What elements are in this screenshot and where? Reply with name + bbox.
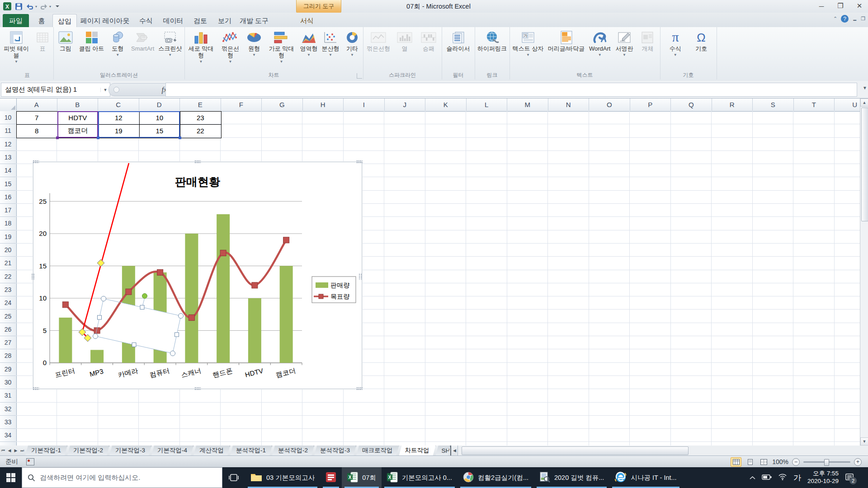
taskbar-item-03 기본모의고사[interactable]: 03 기본모의고사	[245, 467, 320, 488]
column-header-L[interactable]: L	[467, 99, 508, 111]
chart-object[interactable]: 0510152025프린터MP3카메라컴퓨터스캐너핸드폰HDTV캠코더판매현황판…	[33, 162, 362, 389]
minimize-button[interactable]: ─	[813, 1, 830, 11]
sheet-tab-기본작업-3[interactable]: 기본작업-3	[109, 446, 151, 455]
column-header-B[interactable]: B	[57, 99, 99, 111]
zoom-in-icon[interactable]: +	[854, 458, 862, 466]
row-header-27[interactable]: 27	[0, 336, 16, 349]
power-icon[interactable]	[762, 474, 772, 482]
row-header-22[interactable]: 22	[0, 270, 16, 283]
sheet-tab-분석작업-2[interactable]: 분석작업-2	[272, 446, 314, 455]
ribbon-tab-개발 도구[interactable]: 개발 도구	[237, 14, 271, 27]
page-layout-view-icon[interactable]	[745, 458, 755, 466]
qat-customize-icon[interactable]	[53, 2, 62, 11]
column-header-R[interactable]: R	[712, 99, 753, 111]
wifi-icon[interactable]	[778, 474, 787, 482]
row-header-12[interactable]: 12	[0, 138, 16, 151]
ribbon-button-가로-막대형[interactable]: 가로 막대형▼	[265, 29, 298, 64]
ribbon-tab-검토[interactable]: 검토	[188, 14, 212, 27]
range-fill-handle[interactable]	[97, 136, 99, 139]
row-header-25[interactable]: 25	[0, 310, 16, 323]
first-sheet-icon[interactable]: ⏮	[0, 446, 6, 455]
row-header-11[interactable]: 11	[0, 124, 16, 137]
row-header-18[interactable]: 18	[0, 217, 16, 230]
zoom-slider-thumb[interactable]	[824, 459, 829, 466]
minimize-ribbon-icon[interactable]: ⌃	[833, 16, 837, 22]
hidden-icons-chevron-icon[interactable]	[750, 474, 755, 481]
ribbon-button-스크린샷[interactable]: 스크린샷▼	[157, 29, 183, 57]
ribbon-button-도형[interactable]: 도형▼	[107, 29, 128, 57]
dialog-launcher-icon[interactable]	[357, 73, 362, 79]
clock[interactable]: 오후 7:55 2020-10-29	[807, 470, 839, 485]
ribbon-button-분산형[interactable]: 분산형▼	[320, 29, 341, 57]
sheet-tab-분석작업-3[interactable]: 분석작업-3	[314, 446, 356, 455]
row-header-20[interactable]: 20	[0, 244, 16, 257]
help-icon[interactable]: ?	[841, 15, 849, 23]
row-header-24[interactable]: 24	[0, 296, 16, 310]
column-header-E[interactable]: E	[180, 99, 221, 111]
sheet-tab-SH[interactable]: SH	[436, 446, 451, 455]
horizontal-scroll-thumb[interactable]	[462, 446, 689, 455]
column-header-G[interactable]: G	[262, 99, 303, 111]
column-header-N[interactable]: N	[548, 99, 590, 111]
column-header-A[interactable]: A	[16, 99, 57, 111]
column-header-H[interactable]: H	[303, 99, 344, 111]
sheet-tab-차트작업[interactable]: 차트작업	[399, 446, 436, 455]
page-break-view-icon[interactable]	[759, 458, 769, 466]
ribbon-button-수식[interactable]: π수식▼	[665, 29, 686, 57]
ribbon-button-텍스트-상자[interactable]: 가텍스트 상자▼	[511, 29, 545, 57]
save-button[interactable]	[14, 2, 23, 11]
range-fill-handle[interactable]	[179, 136, 181, 139]
ribbon-tab-페이지 레이아웃[interactable]: 페이지 레이아웃	[77, 14, 133, 27]
column-header-T[interactable]: T	[794, 99, 835, 111]
row-header-19[interactable]: 19	[0, 230, 16, 244]
taskbar-item-기본모의고사 0...[interactable]: X기본모의고사 0...	[382, 467, 458, 488]
normal-view-icon[interactable]	[731, 457, 741, 467]
ribbon-button-WordArt[interactable]: WordArt▼	[588, 29, 612, 57]
column-header-P[interactable]: P	[630, 99, 671, 111]
ribbon-tab-데이터[interactable]: 데이터	[159, 14, 187, 27]
vertical-scrollbar[interactable]: ▲ ▼	[860, 99, 868, 446]
ribbon-button-클립-아트[interactable]: 클립 아트	[78, 29, 106, 53]
prev-sheet-icon[interactable]: ◀	[6, 446, 13, 455]
macro-record-icon[interactable]	[26, 458, 34, 465]
cells-area[interactable]: 0510152025프린터MP3카메라컴퓨터스캐너핸드폰HDTV캠코더판매현황판…	[16, 111, 860, 446]
next-sheet-icon[interactable]: ▶	[13, 446, 19, 455]
column-header-C[interactable]: C	[98, 99, 139, 111]
chart-frame-handle[interactable]	[194, 160, 201, 163]
vertical-scroll-thumb[interactable]	[861, 108, 868, 221]
ribbon-button-세로-막대형[interactable]: 세로 막대형▼	[184, 29, 217, 64]
ribbon-tab-서식[interactable]: 서식	[293, 14, 321, 27]
close-button[interactable]: ✕	[851, 1, 868, 11]
ribbon-button-영역형[interactable]: 영역형▼	[298, 29, 320, 57]
chart-frame-handle[interactable]	[33, 160, 39, 163]
row-header-30[interactable]: 30	[0, 376, 16, 389]
row-header-29[interactable]: 29	[0, 363, 16, 376]
ribbon-button-기타[interactable]: 기타▼	[341, 29, 363, 57]
ribbon-button-그림[interactable]: 그림	[55, 29, 76, 53]
taskbar-item-07회[interactable]: X07회	[342, 467, 382, 488]
notification-center-button[interactable]: 2	[845, 473, 854, 483]
ribbon-button-슬라이서[interactable]: 슬라이서	[445, 29, 472, 53]
ribbon-tab-삽입[interactable]: 삽입	[52, 14, 77, 28]
chart-frame-handle[interactable]	[356, 160, 363, 163]
sheet-tab-매크로작업[interactable]: 매크로작업	[356, 446, 399, 455]
ribbon-button-하이퍼링크[interactable]: 하이퍼링크	[476, 29, 508, 53]
select-all-corner[interactable]	[0, 99, 17, 111]
name-box[interactable]: 설명선 3(테두리 없음) 1 ▼	[1, 83, 110, 97]
row-header-35[interactable]: 35	[0, 442, 16, 446]
range-fill-handle[interactable]	[56, 136, 59, 139]
sheet-tab-기본작업-2[interactable]: 기본작업-2	[67, 446, 109, 455]
taskbar-item-시나공 IT - Int...[interactable]: 시나공 IT - Int...	[609, 467, 682, 488]
chart-frame-handle[interactable]	[31, 273, 34, 280]
column-header-O[interactable]: O	[589, 99, 630, 111]
workbook-minimize-icon[interactable]: 🗕	[852, 16, 857, 22]
sheet-tab-계산작업[interactable]: 계산작업	[193, 446, 230, 455]
taskbar-item-컴활2급실기(컴...[interactable]: 컴활2급실기(컴...	[458, 467, 534, 488]
row-header-28[interactable]: 28	[0, 349, 16, 362]
formula-input[interactable]	[165, 83, 857, 97]
chart-frame-handle[interactable]	[359, 273, 362, 280]
row-header-33[interactable]: 33	[0, 416, 16, 429]
row-header-14[interactable]: 14	[0, 164, 16, 177]
column-header-Q[interactable]: Q	[671, 99, 712, 111]
ribbon-button-꺾은선형[interactable]: 꺾은선형▼	[217, 29, 243, 64]
